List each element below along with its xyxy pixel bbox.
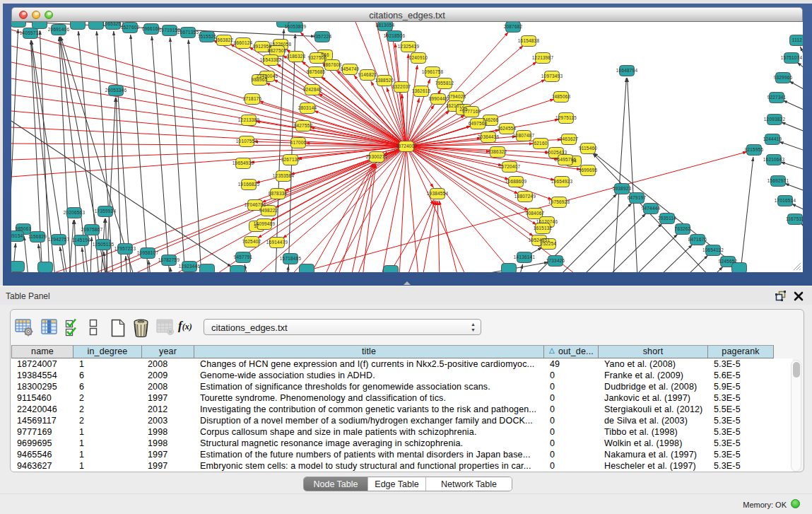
- cell-pagerank[interactable]: 5.3E-5: [708, 426, 774, 438]
- cell-name[interactable]: 18300295: [11, 381, 73, 392]
- cell-pagerank[interactable]: 5.5E-5: [708, 404, 774, 415]
- graph-edge[interactable]: [288, 34, 295, 272]
- graph-edge[interactable]: [628, 78, 637, 272]
- graph-edge[interactable]: [779, 141, 803, 151]
- cell-out_de[interactable]: 0: [544, 449, 599, 460]
- graph-edge[interactable]: [11, 146, 406, 177]
- graph-edge[interactable]: [784, 183, 803, 191]
- cell-year[interactable]: 1997: [142, 460, 194, 472]
- graph-edge[interactable]: [407, 200, 435, 272]
- graph-edge[interactable]: [290, 146, 406, 272]
- graph-edge[interactable]: [324, 163, 374, 272]
- cell-out_de[interactable]: 0: [544, 426, 599, 438]
- row-settings-icon[interactable]: [88, 318, 98, 337]
- tab-edge-table[interactable]: Edge Table: [367, 477, 425, 491]
- graph-edge[interactable]: [319, 93, 406, 146]
- cell-out_de[interactable]: 0: [544, 381, 599, 392]
- graph-edge[interactable]: [170, 37, 185, 272]
- graph-edge[interactable]: [332, 146, 406, 272]
- graph-node[interactable]: [38, 262, 53, 273]
- table-row[interactable]: 1830029562008Estimation of significance …: [11, 381, 793, 392]
- graph-edge[interactable]: [519, 264, 523, 272]
- cell-pagerank[interactable]: 5.3E-5: [708, 392, 774, 404]
- graph-edge[interactable]: [11, 144, 406, 146]
- table-settings-icon[interactable]: [15, 318, 33, 337]
- cell-short[interactable]: Yano et al. (2008): [599, 358, 708, 370]
- graph-edge[interactable]: [582, 214, 646, 272]
- cell-short[interactable]: Hescheler et al. (1997): [599, 460, 708, 472]
- column-header-year[interactable]: year: [142, 345, 194, 358]
- cell-title[interactable]: Structural magnetic resonance image aver…: [194, 438, 544, 449]
- window-titlebar[interactable]: citations_edges.txt: [11, 7, 803, 22]
- network-graph[interactable]: 1405571320691406106532571527602696616010…: [11, 22, 803, 272]
- graph-edge[interactable]: [74, 220, 76, 272]
- cell-short[interactable]: Stergiakouli et al. (2012): [599, 404, 708, 415]
- table-vertical-scrollbar[interactable]: [791, 360, 801, 472]
- cell-year[interactable]: 2012: [142, 404, 194, 415]
- cell-short[interactable]: Wolkin et al. (1998): [599, 438, 708, 449]
- cell-in_degree[interactable]: 6: [73, 370, 142, 381]
- graph-edge[interactable]: [82, 247, 85, 272]
- function-builder-icon[interactable]: f(x): [178, 319, 192, 333]
- graph-edge[interactable]: [90, 237, 92, 272]
- column-header-in_degree[interactable]: in_degree: [73, 345, 142, 358]
- cell-out_de[interactable]: 0: [544, 415, 599, 426]
- graph-edge[interactable]: [439, 201, 458, 272]
- table-select-dropdown[interactable]: citations_edges.txt ▲▼: [204, 319, 481, 335]
- graph-edge[interactable]: [406, 146, 418, 272]
- column-header-out_de[interactable]: △out_de...: [544, 345, 599, 358]
- cell-title[interactable]: Embryonic stem cells: a model to study s…: [194, 460, 544, 472]
- table-row[interactable]: 969969511998Structural magnetic resonanc…: [11, 438, 793, 449]
- cell-out_de[interactable]: 0: [544, 460, 599, 472]
- cell-name[interactable]: 9699695: [11, 438, 73, 449]
- cell-short[interactable]: Franke et al. (2009): [599, 370, 708, 381]
- graph-node[interactable]: [33, 22, 47, 29]
- cell-year[interactable]: 2009: [142, 370, 194, 381]
- cell-year[interactable]: 1998: [142, 426, 194, 438]
- graph-edge[interactable]: [283, 146, 406, 238]
- cell-year[interactable]: 2008: [142, 358, 194, 370]
- graph-edge[interactable]: [406, 146, 534, 236]
- graph-edge[interactable]: [781, 122, 803, 132]
- column-header-pagerank[interactable]: pagerank: [708, 345, 774, 358]
- cell-title[interactable]: Estimation of significance thresholds fo…: [194, 381, 544, 392]
- cell-title[interactable]: Genome-wide association studies in ADHD.: [194, 370, 544, 381]
- delete-trash-icon[interactable]: [132, 318, 150, 338]
- graph-node[interactable]: [502, 264, 517, 273]
- graph-edge[interactable]: [395, 43, 406, 146]
- graph-edge[interactable]: [783, 100, 803, 110]
- graph-edge[interactable]: [797, 62, 803, 69]
- column-header-title[interactable]: title: [194, 345, 544, 358]
- graph-edge[interactable]: [314, 111, 406, 146]
- cell-pagerank[interactable]: 5.3E-5: [708, 460, 774, 472]
- graph-edge[interactable]: [789, 81, 803, 90]
- cell-in_degree[interactable]: 1: [73, 358, 142, 370]
- cell-title[interactable]: Tourette syndrome. Phenomenology and cla…: [194, 392, 544, 404]
- graph-node[interactable]: [11, 22, 26, 28]
- cell-title[interactable]: Estimation of the future numbers of pati…: [194, 449, 544, 460]
- graph-node[interactable]: [732, 263, 747, 273]
- cell-name[interactable]: 9463627: [11, 460, 73, 472]
- graph-edge[interactable]: [61, 37, 134, 272]
- cell-out_de[interactable]: 0: [544, 370, 599, 381]
- cell-pagerank[interactable]: 5.3E-5: [708, 415, 774, 426]
- table-row[interactable]: 977716911998Corpus callosum shape and si…: [11, 426, 793, 438]
- table-row[interactable]: 946362711997Embryonic stem cells: a mode…: [11, 460, 793, 472]
- splitter-handle-icon[interactable]: [404, 281, 411, 285]
- cell-year[interactable]: 1997: [142, 449, 194, 460]
- graph-node[interactable]: [200, 264, 215, 273]
- cell-out_de[interactable]: 0: [544, 392, 599, 404]
- cell-short[interactable]: Tibbo et al. (1998): [599, 426, 708, 438]
- cell-out_de[interactable]: 0: [544, 438, 599, 449]
- cell-name[interactable]: 9115460: [11, 392, 73, 404]
- graph-edge[interactable]: [558, 203, 632, 272]
- cell-name[interactable]: 9465546: [11, 449, 73, 460]
- graph-node[interactable]: [71, 22, 86, 30]
- graph-edge[interactable]: [406, 146, 579, 272]
- cell-name[interactable]: 22420046: [11, 404, 73, 415]
- cell-short[interactable]: Nakamura et al. (1997): [599, 449, 708, 460]
- cell-name[interactable]: 19384554: [11, 370, 73, 381]
- cell-in_degree[interactable]: 1: [73, 449, 142, 460]
- graph-edge[interactable]: [114, 31, 131, 272]
- cell-short[interactable]: Jankovic et al. (1997): [599, 392, 708, 404]
